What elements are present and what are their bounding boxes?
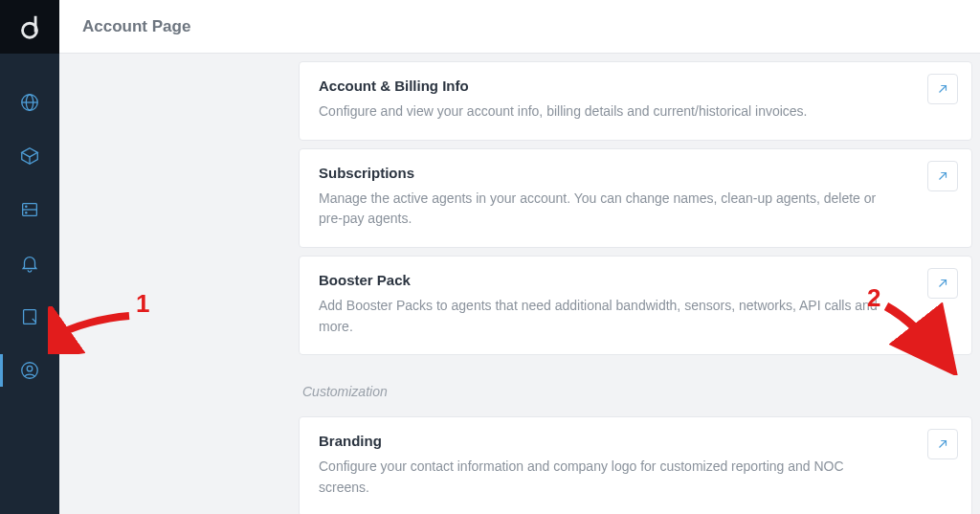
svg-line-16 bbox=[940, 441, 947, 448]
card-title: Booster Pack bbox=[319, 272, 952, 288]
card-desc: Add Booster Packs to agents that need ad… bbox=[319, 296, 883, 337]
open-link-button[interactable] bbox=[927, 74, 958, 104]
bell-icon[interactable] bbox=[17, 251, 42, 276]
card-desc: Configure your contact information and c… bbox=[319, 457, 883, 498]
open-link-button[interactable] bbox=[927, 268, 958, 299]
section-label-customization: Customization bbox=[299, 363, 972, 409]
logo bbox=[0, 0, 59, 54]
page-title: Account Page bbox=[82, 17, 190, 36]
svg-rect-1 bbox=[34, 16, 37, 33]
arrow-up-right-icon bbox=[936, 437, 949, 451]
arrow-up-right-icon bbox=[936, 169, 949, 183]
note-icon[interactable] bbox=[17, 304, 42, 329]
svg-line-14 bbox=[940, 172, 947, 179]
card-desc: Manage the active agents in your account… bbox=[319, 189, 883, 230]
arrow-up-right-icon bbox=[936, 277, 949, 290]
svg-line-13 bbox=[940, 86, 947, 93]
page-header: Account Page bbox=[59, 0, 980, 54]
card-branding[interactable]: Branding Configure your contact informat… bbox=[299, 416, 972, 514]
svg-rect-10 bbox=[24, 310, 36, 324]
cube-icon[interactable] bbox=[17, 144, 42, 168]
card-title: Subscriptions bbox=[319, 165, 952, 181]
svg-point-8 bbox=[26, 206, 27, 207]
svg-point-12 bbox=[27, 366, 33, 371]
card-account-billing[interactable]: Account & Billing Info Configure and vie… bbox=[299, 61, 972, 141]
arrow-up-right-icon bbox=[936, 82, 949, 96]
card-booster-pack[interactable]: Booster Pack Add Booster Packs to agents… bbox=[299, 256, 972, 355]
globe-icon[interactable] bbox=[17, 90, 42, 115]
card-desc: Configure and view your account info, bi… bbox=[319, 101, 883, 123]
card-title: Account & Billing Info bbox=[319, 78, 952, 94]
server-icon[interactable] bbox=[17, 197, 42, 222]
page: Account Page Account & Billing Info Conf… bbox=[59, 0, 980, 514]
open-link-button[interactable] bbox=[927, 161, 958, 191]
account-icon[interactable] bbox=[17, 358, 42, 383]
card-title: Branding bbox=[319, 433, 952, 449]
open-link-button[interactable] bbox=[927, 429, 958, 459]
logo-icon bbox=[15, 12, 44, 41]
svg-point-9 bbox=[26, 212, 27, 213]
sidebar bbox=[0, 0, 59, 514]
card-subscriptions[interactable]: Subscriptions Manage the active agents i… bbox=[299, 148, 972, 248]
content-area: Account & Billing Info Configure and vie… bbox=[59, 54, 980, 514]
svg-line-15 bbox=[940, 280, 947, 287]
